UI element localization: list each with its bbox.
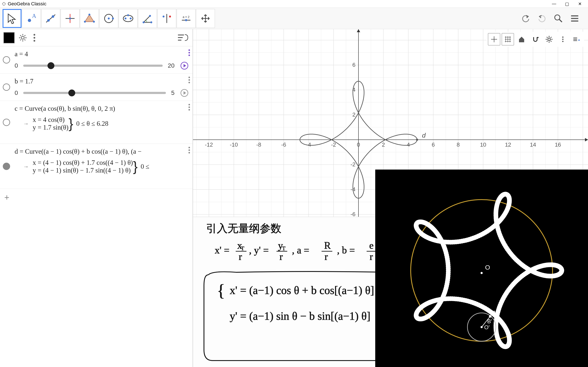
algebra-item-d[interactable]: d = Curve((a − 1) cos(θ) + b cos((a − 1)…: [0, 144, 193, 189]
grid-toggle[interactable]: [502, 33, 514, 45]
tool-translate[interactable]: [196, 9, 215, 28]
play-button[interactable]: [181, 62, 188, 69]
svg-point-677: [481, 272, 483, 274]
item-menu-icon[interactable]: [189, 104, 190, 110]
condition: 0 ≤: [140, 163, 149, 170]
svg-point-45: [562, 36, 563, 38]
search-button[interactable]: [552, 12, 565, 25]
svg-point-671: [559, 268, 564, 273]
svg-text:a = 2: a = 2: [183, 15, 190, 19]
svg-text:T: T: [282, 245, 286, 251]
tool-slider[interactable]: a = 2: [177, 9, 196, 28]
svg-text:0: 0: [357, 142, 360, 148]
snap-button[interactable]: [529, 33, 542, 45]
algebra-item-b[interactable]: b = 1.7 0 5: [0, 74, 193, 101]
graphics-view[interactable]: -12-10-8-6-4-20246810121416642-2-4-6-8-1…: [193, 29, 588, 367]
tool-polygon[interactable]: [80, 9, 99, 28]
add-input[interactable]: +: [0, 189, 193, 206]
animation-panel: OAB'O': [375, 170, 588, 367]
svg-point-675: [489, 315, 492, 318]
tool-point[interactable]: A: [22, 9, 41, 28]
svg-point-18: [112, 17, 114, 19]
svg-point-14: [93, 21, 95, 23]
hw-eq1: x' = (a−1) cos θ + b cos[(a−1) θ]: [230, 284, 374, 297]
svg-text:B': B': [487, 318, 492, 325]
sort-icon[interactable]: [176, 33, 189, 43]
menu-button[interactable]: [568, 12, 581, 25]
tool-perpendicular[interactable]: [61, 9, 79, 28]
svg-text:O': O': [484, 324, 490, 331]
close-button[interactable]: ✕: [573, 0, 586, 8]
sub-expr-x: x = (4 − 1) cos(θ) + 1.7 cos((4 − 1) θ): [33, 159, 133, 167]
svg-text:-12: -12: [205, 142, 213, 148]
tool-angle[interactable]: [138, 9, 157, 28]
svg-point-32: [555, 15, 560, 20]
sub-expr-x: x = 4 cos(θ): [33, 116, 69, 124]
svg-point-8: [47, 19, 50, 22]
item-menu-icon[interactable]: [189, 147, 190, 153]
svg-point-24: [150, 21, 152, 23]
view-menu-button[interactable]: [570, 33, 583, 45]
tool-reflect[interactable]: [157, 9, 176, 28]
svg-text:,  b =: , b =: [337, 245, 355, 256]
hw-eq2: y' = (a−1) sin θ − b sin[(a−1) θ]: [230, 310, 371, 322]
svg-text:10: 10: [480, 142, 486, 148]
visibility-toggle[interactable]: [0, 101, 13, 144]
undo-button[interactable]: [519, 12, 532, 25]
more-icon[interactable]: [31, 33, 38, 42]
tool-line[interactable]: [41, 9, 60, 28]
tool-ellipse[interactable]: [119, 9, 138, 28]
svg-point-23: [143, 21, 145, 23]
svg-text:16: 16: [555, 142, 561, 148]
item-menu-icon[interactable]: [189, 49, 190, 56]
expression: a = 4: [15, 50, 188, 58]
svg-text:r: r: [280, 251, 283, 262]
algebra-item-a[interactable]: a = 4 0 20: [0, 46, 193, 74]
svg-text:2: 2: [353, 111, 355, 118]
slider-max: 20: [168, 62, 174, 69]
svg-point-1: [2, 3, 3, 4]
settings-button[interactable]: [543, 33, 555, 45]
svg-text:r: r: [239, 251, 242, 262]
algebra-item-c[interactable]: c = Curve(a cos(θ), b sin(θ), θ, 0, 2 π)…: [0, 101, 193, 144]
svg-text:e: e: [369, 240, 373, 251]
color-swatch[interactable]: [3, 32, 15, 43]
play-button[interactable]: [181, 89, 188, 97]
svg-text:, y' =: , y' =: [249, 245, 269, 256]
svg-text:6: 6: [432, 142, 435, 148]
svg-text:12: 12: [505, 142, 511, 148]
hw-title: 引入无量纲参数: [206, 223, 281, 234]
svg-text:-2: -2: [331, 142, 336, 148]
algebra-header: [0, 29, 193, 46]
tool-circle[interactable]: [99, 9, 118, 28]
home-button[interactable]: [515, 33, 528, 45]
svg-text:d: d: [422, 132, 426, 139]
visibility-toggle[interactable]: [0, 46, 13, 73]
svg-text:T: T: [241, 245, 244, 251]
gear-icon[interactable]: [18, 33, 27, 42]
axes-toggle[interactable]: [488, 33, 500, 45]
slider-min: 0: [15, 62, 18, 69]
slider-b[interactable]: [23, 92, 166, 94]
expression: d = Curve((a − 1) cos(θ) + b cos((a − 1)…: [15, 148, 188, 155]
condition: 0 ≤ θ ≤ 6.28: [76, 120, 109, 127]
expression: b = 1.7: [15, 77, 188, 85]
svg-text:-2: -2: [351, 161, 355, 168]
tool-move[interactable]: [3, 9, 21, 28]
svg-text:-8: -8: [256, 142, 261, 148]
visibility-toggle[interactable]: [0, 74, 13, 101]
item-menu-icon[interactable]: [189, 77, 190, 83]
slider-min: 0: [15, 90, 18, 96]
svg-point-31: [185, 19, 187, 21]
algebra-view: a = 4 0 20 b = 1.7 0 5: [0, 29, 193, 367]
minimize-button[interactable]: —: [548, 0, 561, 8]
slider-a[interactable]: [23, 65, 163, 67]
svg-text:-10: -10: [230, 142, 238, 148]
maximize-button[interactable]: ▢: [561, 0, 573, 8]
main-toolbar: A a = 2: [0, 8, 588, 29]
more-button[interactable]: [557, 33, 569, 45]
svg-text:-6: -6: [351, 211, 355, 217]
app-title: GeoGebra Classic: [8, 1, 548, 7]
redo-button[interactable]: [536, 12, 548, 25]
visibility-toggle[interactable]: [0, 144, 13, 189]
